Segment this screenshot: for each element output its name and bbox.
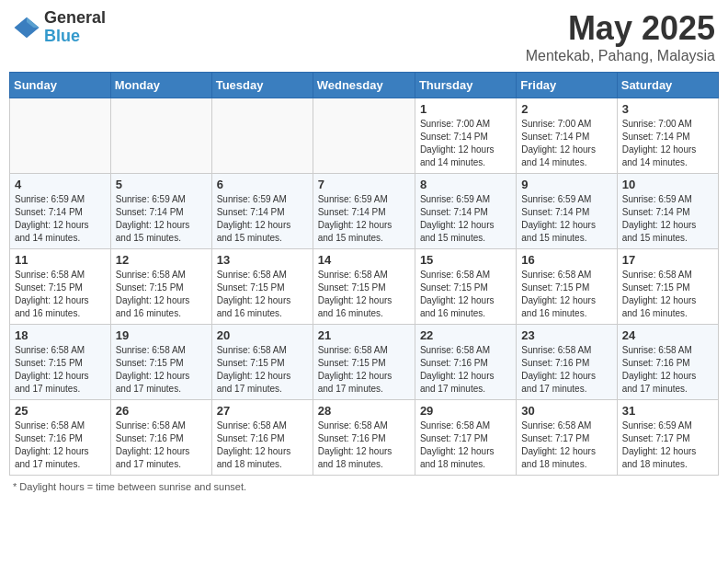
calendar-cell: 11Sunrise: 6:58 AM Sunset: 7:15 PM Dayli…: [10, 249, 111, 325]
calendar-cell: 18Sunrise: 6:58 AM Sunset: 7:15 PM Dayli…: [10, 325, 111, 400]
day-header-thursday: Thursday: [415, 73, 516, 98]
calendar-cell: 26Sunrise: 6:58 AM Sunset: 7:16 PM Dayli…: [110, 400, 211, 476]
day-header-tuesday: Tuesday: [211, 73, 313, 98]
day-number: 30: [521, 404, 611, 418]
day-number: 1: [420, 102, 511, 116]
day-number: 6: [217, 178, 308, 191]
day-info: Sunrise: 6:58 AM Sunset: 7:16 PM Dayligh…: [420, 344, 511, 396]
title-block: May 2025 Mentekab, Pahang, Malaysia: [526, 9, 715, 64]
day-info: Sunrise: 6:58 AM Sunset: 7:16 PM Dayligh…: [521, 344, 611, 396]
calendar-cell: [110, 98, 211, 174]
calendar-cell: 27Sunrise: 6:58 AM Sunset: 7:16 PM Dayli…: [211, 400, 313, 476]
calendar-cell: 25Sunrise: 6:58 AM Sunset: 7:16 PM Dayli…: [10, 400, 111, 476]
day-info: Sunrise: 6:59 AM Sunset: 7:14 PM Dayligh…: [622, 193, 713, 245]
day-number: 11: [15, 253, 106, 267]
day-info: Sunrise: 6:58 AM Sunset: 7:15 PM Dayligh…: [420, 269, 511, 320]
day-info: Sunrise: 6:58 AM Sunset: 7:15 PM Dayligh…: [116, 344, 207, 396]
day-number: 26: [116, 404, 207, 418]
calendar-cell: 6Sunrise: 6:59 AM Sunset: 7:14 PM Daylig…: [211, 174, 313, 249]
calendar-week-1: 1Sunrise: 7:00 AM Sunset: 7:14 PM Daylig…: [10, 98, 719, 174]
day-info: Sunrise: 6:58 AM Sunset: 7:17 PM Dayligh…: [420, 419, 511, 471]
calendar-cell: 1Sunrise: 7:00 AM Sunset: 7:14 PM Daylig…: [415, 98, 516, 174]
calendar-cell: 30Sunrise: 6:58 AM Sunset: 7:17 PM Dayli…: [517, 400, 617, 476]
calendar-cell: 14Sunrise: 6:58 AM Sunset: 7:15 PM Dayli…: [313, 249, 415, 325]
calendar-cell: 15Sunrise: 6:58 AM Sunset: 7:15 PM Dayli…: [415, 249, 516, 325]
calendar-cell: 5Sunrise: 6:59 AM Sunset: 7:14 PM Daylig…: [110, 174, 211, 249]
day-info: Sunrise: 6:58 AM Sunset: 7:15 PM Dayligh…: [15, 344, 106, 396]
day-header-monday: Monday: [110, 73, 211, 98]
day-number: 12: [116, 253, 207, 267]
calendar-cell: [313, 98, 415, 174]
day-info: Sunrise: 6:59 AM Sunset: 7:14 PM Dayligh…: [521, 193, 611, 245]
logo-text: General Blue: [44, 9, 106, 46]
calendar-cell: 24Sunrise: 6:58 AM Sunset: 7:16 PM Dayli…: [617, 325, 718, 400]
calendar-cell: 22Sunrise: 6:58 AM Sunset: 7:16 PM Dayli…: [415, 325, 516, 400]
calendar-cell: 7Sunrise: 6:59 AM Sunset: 7:14 PM Daylig…: [313, 174, 415, 249]
day-number: 8: [420, 178, 511, 191]
calendar-cell: 12Sunrise: 6:58 AM Sunset: 7:15 PM Dayli…: [110, 249, 211, 325]
day-number: 21: [318, 328, 410, 342]
footer-note: * Daylight hours = time between sunrise …: [9, 481, 719, 492]
day-info: Sunrise: 6:59 AM Sunset: 7:14 PM Dayligh…: [15, 193, 106, 245]
calendar-cell: 31Sunrise: 6:59 AM Sunset: 7:17 PM Dayli…: [617, 400, 718, 476]
day-number: 24: [622, 328, 713, 342]
day-number: 23: [521, 328, 611, 342]
month-title: May 2025: [526, 9, 715, 48]
calendar-cell: 13Sunrise: 6:58 AM Sunset: 7:15 PM Dayli…: [211, 249, 313, 325]
day-number: 14: [318, 253, 410, 267]
day-number: 3: [622, 102, 713, 116]
calendar-cell: 10Sunrise: 6:59 AM Sunset: 7:14 PM Dayli…: [617, 174, 718, 249]
calendar-week-3: 11Sunrise: 6:58 AM Sunset: 7:15 PM Dayli…: [10, 249, 719, 325]
calendar-cell: 4Sunrise: 6:59 AM Sunset: 7:14 PM Daylig…: [10, 174, 111, 249]
day-info: Sunrise: 6:58 AM Sunset: 7:16 PM Dayligh…: [318, 419, 410, 471]
day-number: 22: [420, 328, 511, 342]
day-number: 29: [420, 404, 511, 418]
day-number: 5: [116, 178, 207, 191]
logo-blue-label: Blue: [44, 28, 106, 46]
calendar-week-2: 4Sunrise: 6:59 AM Sunset: 7:14 PM Daylig…: [10, 174, 719, 249]
day-header-friday: Friday: [517, 73, 617, 98]
day-number: 25: [15, 404, 106, 418]
calendar-cell: [211, 98, 313, 174]
day-info: Sunrise: 7:00 AM Sunset: 7:14 PM Dayligh…: [420, 118, 511, 169]
calendar-cell: 20Sunrise: 6:58 AM Sunset: 7:15 PM Dayli…: [211, 325, 313, 400]
calendar-header-row: SundayMondayTuesdayWednesdayThursdayFrid…: [10, 73, 719, 98]
day-header-saturday: Saturday: [617, 73, 718, 98]
day-info: Sunrise: 6:58 AM Sunset: 7:16 PM Dayligh…: [622, 344, 713, 396]
day-number: 28: [318, 404, 410, 418]
day-number: 4: [15, 178, 106, 191]
location-title: Mentekab, Pahang, Malaysia: [526, 48, 715, 64]
day-number: 31: [622, 404, 713, 418]
calendar-cell: 21Sunrise: 6:58 AM Sunset: 7:15 PM Dayli…: [313, 325, 415, 400]
calendar-cell: [10, 98, 111, 174]
calendar-cell: 19Sunrise: 6:58 AM Sunset: 7:15 PM Dayli…: [110, 325, 211, 400]
calendar-week-5: 25Sunrise: 6:58 AM Sunset: 7:16 PM Dayli…: [10, 400, 719, 476]
day-number: 13: [217, 253, 308, 267]
calendar-cell: 23Sunrise: 6:58 AM Sunset: 7:16 PM Dayli…: [517, 325, 617, 400]
logo-general-label: General: [44, 9, 106, 28]
day-info: Sunrise: 6:59 AM Sunset: 7:14 PM Dayligh…: [318, 193, 410, 245]
calendar-cell: 29Sunrise: 6:58 AM Sunset: 7:17 PM Dayli…: [415, 400, 516, 476]
day-number: 18: [15, 328, 106, 342]
day-number: 9: [521, 178, 611, 191]
day-number: 17: [622, 253, 713, 267]
day-info: Sunrise: 6:58 AM Sunset: 7:15 PM Dayligh…: [622, 269, 713, 320]
logo: General Blue: [13, 9, 106, 46]
day-info: Sunrise: 6:58 AM Sunset: 7:16 PM Dayligh…: [217, 419, 308, 471]
day-info: Sunrise: 6:58 AM Sunset: 7:15 PM Dayligh…: [318, 344, 410, 396]
day-info: Sunrise: 6:58 AM Sunset: 7:15 PM Dayligh…: [217, 269, 308, 320]
day-info: Sunrise: 6:58 AM Sunset: 7:16 PM Dayligh…: [15, 419, 106, 471]
calendar-cell: 3Sunrise: 7:00 AM Sunset: 7:14 PM Daylig…: [617, 98, 718, 174]
day-header-wednesday: Wednesday: [313, 73, 415, 98]
day-number: 2: [521, 102, 611, 116]
calendar-cell: 28Sunrise: 6:58 AM Sunset: 7:16 PM Dayli…: [313, 400, 415, 476]
calendar-cell: 2Sunrise: 7:00 AM Sunset: 7:14 PM Daylig…: [517, 98, 617, 174]
day-info: Sunrise: 6:59 AM Sunset: 7:14 PM Dayligh…: [217, 193, 308, 245]
day-number: 27: [217, 404, 308, 418]
day-number: 7: [318, 178, 410, 191]
day-info: Sunrise: 6:59 AM Sunset: 7:14 PM Dayligh…: [116, 193, 207, 245]
day-info: Sunrise: 6:58 AM Sunset: 7:15 PM Dayligh…: [318, 269, 410, 320]
calendar-cell: 16Sunrise: 6:58 AM Sunset: 7:15 PM Dayli…: [517, 249, 617, 325]
calendar-cell: 9Sunrise: 6:59 AM Sunset: 7:14 PM Daylig…: [517, 174, 617, 249]
calendar-week-4: 18Sunrise: 6:58 AM Sunset: 7:15 PM Dayli…: [10, 325, 719, 400]
